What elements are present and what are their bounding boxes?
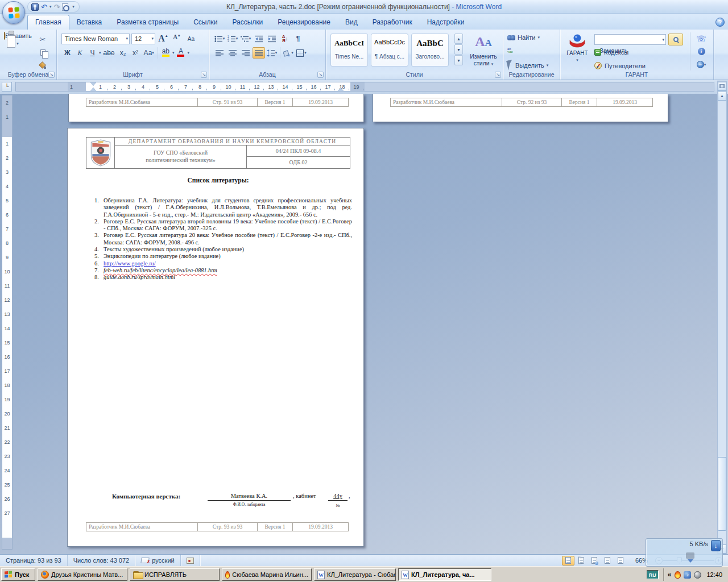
tab-mailings[interactable]: Рассылки [225, 15, 270, 30]
styles-gallery-more[interactable]: ▼ [454, 55, 463, 65]
print-layout-view-button[interactable] [562, 556, 574, 566]
garant-phone-button[interactable]: ☏ [693, 32, 709, 44]
strikethrough-button[interactable]: abe [102, 47, 117, 59]
show-marks-button[interactable]: ¶ [292, 33, 304, 44]
format-painter-button[interactable] [35, 60, 50, 71]
decrease-indent-button[interactable] [253, 33, 265, 44]
tab-review[interactable]: Рецензирование [270, 15, 338, 30]
style-card-heading[interactable]: AaBbC Заголово... [411, 34, 449, 66]
underline-button[interactable]: Ч [86, 47, 98, 59]
font-color-button[interactable]: А [175, 47, 187, 59]
garant-button[interactable]: ГАРАНТ ▾ [564, 33, 591, 63]
hanging-indent-marker[interactable] [90, 88, 96, 91]
styles-scroll-up[interactable]: ▲ [454, 34, 463, 44]
tab-insert[interactable]: Вставка [69, 15, 110, 30]
tab-view[interactable]: Вид [338, 15, 365, 30]
copy-button[interactable] [35, 47, 50, 58]
underline-caret[interactable]: ▾ [99, 51, 101, 55]
tab-page-layout[interactable]: Разметка страницы [109, 15, 186, 30]
italic-button[interactable]: К [74, 47, 86, 59]
multilevel-list-button[interactable]: ▾ [239, 33, 252, 44]
page-92[interactable]: Разработчик М.И.Сюбаева Стр. 92 из 93 Ве… [373, 94, 668, 122]
numbering-button[interactable]: 123 ▾ [226, 33, 239, 44]
superscript-button[interactable]: х² [130, 47, 142, 59]
status-macro[interactable] [181, 555, 200, 566]
justify-button[interactable] [253, 47, 265, 59]
paste-caret[interactable]: ▾ [16, 41, 19, 45]
increase-indent-button[interactable] [266, 33, 278, 44]
taskbar-item-firefox[interactable]: Друзья Кристины Матв... [38, 568, 127, 581]
paste-button[interactable]: Вставить ▾ [4, 32, 31, 71]
download-arrow-icon[interactable]: ↓ [711, 540, 721, 551]
page-91[interactable]: Разработчик М.И.Сюбаева Стр. 91 из 93 Ве… [68, 94, 364, 122]
line-spacing-button[interactable]: ▾ [266, 47, 278, 59]
guides-button[interactable]: Путеводители [594, 62, 646, 69]
first-line-indent-marker[interactable] [90, 82, 96, 86]
font-family-caret[interactable]: ▾ [123, 36, 128, 41]
garant-search-button[interactable] [668, 34, 683, 45]
status-word-count[interactable]: Число слов: 43 072 [68, 555, 135, 566]
tray-chevron[interactable]: « [668, 571, 672, 579]
clipboard-dialog-launcher[interactable]: ↘ [48, 72, 55, 78]
garant-search-input[interactable]: ▾ [594, 34, 666, 45]
borders-button[interactable]: ▾ [295, 47, 308, 59]
font-dialog-launcher[interactable]: ↘ [201, 72, 207, 78]
cut-button[interactable]: ✂ [35, 34, 50, 45]
taskbar-item-download[interactable]: Сюбаева Марина Ильин... [222, 568, 312, 581]
right-indent-marker[interactable] [338, 88, 344, 91]
align-center-button[interactable] [226, 47, 239, 59]
tab-stop-selector[interactable]: └ [2, 82, 12, 92]
align-right-button[interactable] [239, 47, 252, 59]
page-93[interactable]: ДЕПАРТАМЕНТ ОБРАЗОВАНИЯ И НАУКИ КЕМЕРОВС… [67, 128, 364, 547]
style-card-normal[interactable]: AaBbCcDc ¶ Абзац с... [371, 34, 408, 66]
fullscreen-reading-view-button[interactable] [575, 556, 588, 566]
bold-button[interactable]: Ж [61, 47, 73, 59]
draft-view-button[interactable] [614, 556, 627, 566]
tray-flame-icon[interactable] [675, 571, 681, 579]
shrink-font-button[interactable]: А▼ [171, 33, 183, 44]
outline-view-button[interactable] [601, 556, 614, 566]
subscript-button[interactable]: х₂ [117, 47, 129, 59]
tab-developer[interactable]: Разработчик [365, 15, 420, 30]
ruler-toggle-button[interactable] [718, 82, 726, 91]
start-button[interactable]: Пуск [1, 568, 35, 581]
hyperlink[interactable]: http://www.google.ru/ [104, 260, 352, 267]
align-left-button[interactable] [213, 47, 226, 59]
help-icon[interactable]: ? [715, 18, 725, 27]
style-card-times[interactable]: AaBbCcI Times Ne... [330, 34, 368, 66]
office-button[interactable] [2, 1, 25, 24]
shading-button[interactable]: ▾ [282, 47, 295, 59]
scrollbar-thumb[interactable] [718, 457, 726, 531]
find-button[interactable]: Найти▾ [507, 34, 540, 41]
tray-sphere-icon[interactable] [694, 571, 701, 579]
grow-font-button[interactable]: А▲ [157, 33, 169, 44]
taskbar-item-word-doc2-active[interactable]: КЛ_Литература, ча... [398, 568, 491, 581]
clear-formatting-button[interactable]: Аа [184, 33, 198, 44]
codes-button[interactable]: Кодексы [594, 49, 628, 56]
font-size-select[interactable]: 12 ▾ [131, 34, 155, 44]
styles-dialog-launcher[interactable]: ↘ [495, 72, 501, 78]
tab-home[interactable]: Главная [27, 15, 69, 30]
paragraph-dialog-launcher[interactable]: ↘ [317, 72, 324, 78]
bullets-button[interactable]: ▾ [213, 33, 226, 44]
change-case-button[interactable]: Аа▾ [142, 47, 156, 59]
font-color-caret[interactable]: ▾ [187, 51, 189, 55]
highlight-button[interactable]: ab [160, 47, 172, 59]
highlight-caret[interactable]: ▾ [172, 51, 175, 55]
vertical-scrollbar[interactable]: ▲ ▼ [717, 81, 727, 554]
status-proofing[interactable]: русский [135, 555, 180, 566]
status-page-count[interactable]: Страница: 93 из 93 [0, 555, 68, 566]
select-button[interactable]: Выделить▾ [507, 60, 548, 70]
garant-search-caret[interactable]: ▾ [660, 38, 664, 42]
horizontal-ruler[interactable]: 1 12345678910111213141516171819 [15, 82, 714, 92]
taskbar-item-word-doc1[interactable]: КЛ_Литература - Сюбае... [314, 568, 396, 581]
vertical-ruler[interactable]: 21 1234567891011121314151617181920212223… [2, 95, 13, 550]
garant-web-button[interactable]: ▾ [693, 59, 709, 70]
styles-scroll-down[interactable]: ▼ [454, 44, 463, 55]
font-size-caret[interactable]: ▾ [149, 36, 154, 41]
language-indicator[interactable]: RU [647, 570, 659, 579]
garant-info-button[interactable]: i [693, 45, 709, 57]
tab-addins[interactable]: Надстройки [420, 15, 472, 30]
scroll-up-arrow[interactable]: ▲ [718, 92, 726, 101]
change-styles-button[interactable]: АА Изменить стили ▾ [466, 33, 501, 68]
